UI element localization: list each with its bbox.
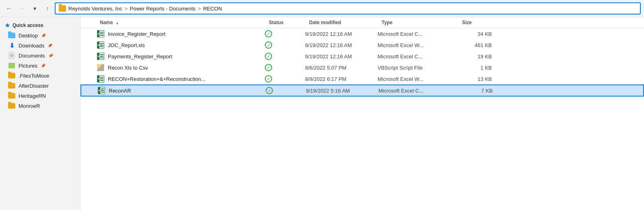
file-size: 13 KB: [458, 76, 498, 82]
sidebar-item-documents[interactable]: Documents 📌: [2, 51, 78, 60]
yellow-folder-icon: [8, 93, 15, 99]
file-icon: x: [97, 75, 105, 83]
sidebar-item-label: Desktop: [19, 33, 38, 39]
address-bar-row: ← → ▾ ↑ Reynolds Ventures, Inc > Power R…: [0, 0, 644, 17]
sidebar-item-desktop[interactable]: Desktop 📌: [2, 31, 78, 40]
file-type: Microsoft Excel W...: [378, 76, 458, 82]
sync-status-icon: ✓: [266, 87, 273, 94]
col-header-date[interactable]: Date modified: [306, 19, 378, 26]
file-name: ReconAR: [109, 88, 266, 94]
pictures-folder-icon: [8, 63, 15, 68]
sidebar-item-monroer[interactable]: MonroeR: [2, 101, 78, 111]
file-size: 34 KB: [458, 31, 498, 37]
file-status: ✓: [265, 41, 305, 49]
file-status: ✓: [266, 87, 306, 94]
pin-icon: 📌: [41, 33, 46, 38]
excel-csv-icon: x: [97, 30, 104, 37]
table-row[interactable]: x ReconAR ✓ 9/19/2022 5:16 AM Microsoft …: [80, 84, 644, 97]
file-icon: x: [97, 86, 105, 95]
table-row[interactable]: x RECON+Restoration+&+Reconstruction... …: [80, 73, 644, 84]
pictures-icon: [8, 62, 15, 69]
file-date: 8/6/2022 5:07 PM: [305, 65, 378, 71]
file-date: 8/9/2022 6:17 PM: [305, 76, 378, 82]
file-rows: x Invoice_Register_Report ✓ 9/19/2022 12…: [80, 28, 644, 210]
file-date: 9/19/2022 12:16 AM: [305, 54, 378, 60]
star-icon: ★: [5, 22, 10, 29]
table-row[interactable]: Recon Xls to Csv ✓ 8/6/2022 5:07 PM VBSc…: [80, 62, 644, 73]
column-headers: Name ▲ Status Date modified Type Size: [80, 17, 644, 28]
excel-xls-icon: x: [97, 41, 104, 49]
sort-arrow-icon: ▲: [116, 21, 119, 25]
file-name: RECON+Restoration+&+Reconstruction...: [108, 76, 265, 82]
sidebar-item-label: MonroeR: [19, 103, 40, 109]
main-area: ★ Quick access Desktop 📌 ⬇ Downloads 📌: [0, 17, 644, 210]
yellow-folder-icon: [8, 83, 15, 89]
file-name: Invoice_Register_Report: [108, 31, 265, 37]
col-header-size[interactable]: Size: [459, 19, 499, 26]
sidebar-item-heritagern[interactable]: HeritageRN: [2, 91, 78, 101]
file-status: ✓: [265, 75, 305, 82]
quick-access-header: ★ Quick access: [0, 21, 80, 30]
yellow-folder-icon: [8, 103, 15, 109]
yellow-folder-icon: [8, 73, 15, 78]
download-arrow-icon: ⬇: [9, 42, 14, 49]
breadcrumb-part-3[interactable]: RECON: [203, 6, 222, 12]
sidebar-item-downloads[interactable]: ⬇ Downloads 📌: [2, 41, 78, 50]
file-size: 1 KB: [458, 65, 498, 71]
documents-icon: [8, 52, 15, 59]
file-size: 19 KB: [458, 54, 498, 60]
sidebar-item-pictures[interactable]: Pictures 📌: [2, 61, 78, 70]
address-box[interactable]: Reynolds Ventures, Inc > Power Reports -…: [55, 2, 641, 14]
downloads-icon: ⬇: [8, 42, 15, 49]
quick-access-label: Quick access: [12, 23, 43, 28]
file-date: 9/19/2022 12:16 AM: [305, 31, 378, 37]
vbscript-icon: [97, 64, 104, 71]
sync-status-icon: ✓: [265, 30, 272, 37]
file-name: JOC_Report.xls: [108, 42, 265, 48]
pin-icon: 📌: [41, 64, 45, 68]
file-size: 461 KB: [458, 42, 498, 48]
back-button[interactable]: ←: [3, 3, 14, 14]
address-folder-icon: [59, 5, 66, 12]
pin-icon: 📌: [48, 54, 53, 58]
col-header-status[interactable]: Status: [266, 19, 306, 26]
file-type: VBScript Script File: [378, 65, 458, 71]
col-header-type[interactable]: Type: [378, 19, 459, 26]
breadcrumb-part-1[interactable]: Reynolds Ventures, Inc: [68, 6, 122, 12]
monroer-icon: [8, 103, 15, 109]
sidebar: ★ Quick access Desktop 📌 ⬇ Downloads 📌: [0, 17, 80, 210]
file-status: ✓: [265, 53, 305, 60]
table-row[interactable]: x JOC_Report.xls ✓ 9/19/2022 12:16 AM Mi…: [80, 39, 644, 51]
sidebar-item-filestomove[interactable]: .FilesToMove: [2, 71, 78, 80]
explorer-window: ← → ▾ ↑ Reynolds Ventures, Inc > Power R…: [0, 0, 644, 210]
forward-button[interactable]: →: [16, 3, 27, 14]
sidebar-item-label: Pictures: [19, 63, 37, 69]
docs-file-icon: [9, 52, 14, 59]
file-size: 7 KB: [459, 88, 499, 94]
folder-blue-icon: [8, 33, 15, 38]
file-icon: x: [97, 52, 105, 60]
recent-locations-button[interactable]: ▾: [29, 3, 40, 14]
excel-csv-icon: x: [98, 87, 105, 94]
up-button[interactable]: ↑: [42, 3, 53, 14]
file-type: Microsoft Excel C...: [378, 54, 458, 60]
address-path: Reynolds Ventures, Inc > Power Reports -…: [68, 6, 222, 12]
file-status: ✓: [265, 30, 305, 37]
col-header-name[interactable]: Name ▲: [97, 19, 266, 26]
sync-status-icon: ✓: [265, 41, 272, 49]
file-type: Microsoft Excel C...: [378, 88, 459, 94]
breadcrumb-part-2[interactable]: Power Reports - Documents: [130, 6, 196, 12]
file-type: Microsoft Excel C...: [378, 31, 458, 37]
sidebar-item-label: Downloads: [19, 43, 44, 49]
table-row[interactable]: x Payments_Register_Report ✓ 9/19/2022 1…: [80, 51, 644, 62]
sidebar-item-afterdisaster[interactable]: AfterDisaster: [2, 81, 78, 91]
table-row[interactable]: x Invoice_Register_Report ✓ 9/19/2022 12…: [80, 28, 644, 39]
file-type: Microsoft Excel W...: [378, 42, 458, 48]
filestomove-icon: [8, 72, 15, 79]
file-date: 9/19/2022 5:16 AM: [306, 88, 378, 94]
sync-status-icon: ✓: [265, 75, 272, 82]
sidebar-item-label: HeritageRN: [19, 93, 46, 99]
file-icon: x: [97, 30, 105, 38]
file-name: Recon Xls to Csv: [108, 65, 265, 71]
sync-status-icon: ✓: [265, 53, 272, 60]
